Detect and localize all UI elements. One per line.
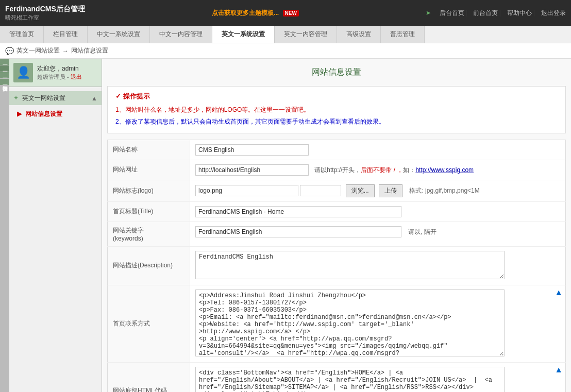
logo-upload-button[interactable]: 上传 — [379, 184, 402, 197]
cell-description: FerdinandCMS English — [190, 246, 566, 285]
tab-admin-home[interactable]: 管理首页 — [0, 26, 44, 43]
keywords-hint: 请以, 隔开 — [408, 228, 436, 235]
cell-title — [190, 201, 566, 221]
user-info: 欢迎您，admin 超级管理员 - 退出 — [37, 64, 82, 81]
sidebar-items: ▶ 网站信息设置 — [9, 105, 102, 123]
label-contact: 首页联系方式 — [108, 285, 190, 362]
promo-text[interactable]: 点击获取更多主题模板... NEW — [212, 9, 299, 18]
input-logo[interactable] — [195, 185, 298, 196]
textarea-contact[interactable]: <p>Address:Jinshui Road Jinshui Zhengzho… — [195, 289, 505, 356]
cell-site-name — [190, 140, 566, 160]
page-title: 网站信息设置 — [107, 64, 566, 81]
label-logo: 网站标志(logo) — [108, 180, 190, 201]
row-site-url: 网站网址 请以http://开头，后面不要带 / ，如：http://www.s… — [108, 160, 566, 180]
avatar: 👤 — [13, 63, 33, 82]
header-nav: ➤ 后台首页 | 前台首页 | 帮助中心 | 退出登录 — [426, 9, 566, 18]
logo-format-hint: 格式: jpg,gif,bmp,png<1M — [409, 187, 479, 194]
arrow-icon: ➤ — [426, 9, 431, 16]
site-logo: FerdinandCMS后台管理 嗜死榻工作室 — [5, 4, 85, 22]
logout-link[interactable]: 退出 — [71, 74, 82, 80]
textarea-html-footer[interactable]: <div class='BottomNav'><a href="/English… — [195, 367, 505, 392]
url-hint: 请以http://开头，后面不要带 / ，如：http://www.sspig.… — [314, 166, 474, 174]
header: FerdinandCMS后台管理 嗜死榻工作室 点击获取更多主题模板... NE… — [0, 0, 571, 26]
promo-badge: NEW — [283, 10, 299, 16]
tab-cn-content[interactable]: 中文一内容管理 — [150, 26, 212, 43]
user-role: 超级管理员 - 退出 — [37, 73, 82, 81]
url-hint-red: 后面不要带 / ， — [361, 166, 403, 174]
sidebar-section-label: ✦ 英文一网站设置 — [13, 94, 65, 103]
tab-cn-system[interactable]: 中文一系统设置 — [88, 26, 150, 43]
section-icon: ✦ — [13, 94, 19, 101]
label-site-name: 网站名称 — [108, 140, 190, 160]
row-site-name: 网站名称 — [108, 140, 566, 160]
breadcrumb: 💬 英文一网站设置 → 网站信息设置 — [0, 43, 571, 59]
input-site-name[interactable] — [195, 144, 309, 156]
sidebar-section-title[interactable]: ✦ 英文一网站设置 ▲ — [9, 91, 102, 105]
top-nav-tabs: 管理首页 栏目管理 中文一系统设置 中文一内容管理 英文一系统设置 英文一内容管… — [0, 26, 571, 43]
label-html-footer: 网站底部HTML代码 — [108, 362, 190, 392]
tab-advanced[interactable]: 高级设置 — [337, 26, 381, 43]
sidebar-section-en-website: ✦ 英文一网站设置 ▲ ▶ 网站信息设置 — [9, 87, 102, 127]
vtab-en-supplier[interactable]: 英文一厂商高管 — [0, 72, 9, 78]
tab-common[interactable]: 普态管理 — [381, 26, 425, 43]
input-keywords[interactable] — [195, 226, 401, 237]
label-title: 首页标题(Title) — [108, 201, 190, 221]
settings-form: 网站名称 网站网址 请以http://开头，后面不要带 / ，如：http://… — [107, 140, 566, 392]
input-title[interactable] — [195, 206, 401, 217]
contact-scroll-up-icon[interactable]: ▲ — [555, 288, 563, 297]
cell-keywords: 请以, 隔开 — [190, 221, 566, 246]
label-keywords: 网站关键字(keywords) — [108, 221, 190, 246]
row-description: 网站描述(Description) FerdinandCMS English — [108, 246, 566, 285]
promo-label: 点击获取更多主题模板... — [212, 9, 279, 16]
row-logo: 网站标志(logo) 浏览... 上传 格式: jpg,gif,bmp,png<… — [108, 180, 566, 201]
textarea-description[interactable]: FerdinandCMS English — [195, 251, 505, 279]
op-tip1: 1、网站叫什么名，地址是多少，网站的LOGO等。在这里一一设置吧。 — [115, 104, 558, 116]
nav-frontend-home[interactable]: 前台首页 — [473, 9, 498, 16]
url-example-link[interactable]: http://www.sspig.com — [415, 166, 474, 174]
breadcrumb-separator: → — [62, 47, 69, 55]
breadcrumb-icon: 💬 — [5, 47, 14, 55]
breadcrumb-page: 网站信息设置 — [71, 46, 108, 55]
role-label: 超级管理员 — [37, 74, 65, 80]
tab-en-system[interactable]: 英文一系统设置 — [212, 26, 275, 43]
row-html-footer: 网站底部HTML代码 <div class='BottomNav'><a hre… — [108, 362, 566, 392]
main-content: 网站信息设置 ✓ 操作提示 1、网站叫什么名，地址是多少，网站的LOGO等。在这… — [102, 59, 571, 392]
tab-column-mgmt[interactable]: 栏目管理 — [44, 26, 88, 43]
breadcrumb-section: 英文一网站设置 — [16, 46, 60, 55]
input-site-url[interactable] — [195, 164, 309, 176]
op-tips-box: ✓ 操作提示 1、网站叫什么名，地址是多少，网站的LOGO等。在这里一一设置吧。… — [107, 86, 566, 133]
cell-site-url: 请以http://开头，后面不要带 / ，如：http://www.sspig.… — [190, 160, 566, 180]
label-site-url: 网站网址 — [108, 160, 190, 180]
sidebar-user-block: 👤 欢迎您，admin 超级管理员 - 退出 — [9, 59, 102, 87]
op-tips-title: ✓ 操作提示 — [115, 92, 558, 101]
nav-help[interactable]: 帮助中心 — [507, 9, 532, 16]
tab-en-content[interactable]: 英文一内容管理 — [275, 26, 337, 43]
label-description: 网站描述(Description) — [108, 246, 190, 285]
cell-logo: 浏览... 上传 格式: jpg,gif,bmp,png<1M — [190, 180, 566, 201]
vtabs-column: 英文一系统设置 英文一导航管理 英文一厂商高管 英文一友情链接 — [0, 59, 9, 392]
cell-html-footer: <div class='BottomNav'><a href="/English… — [190, 362, 566, 392]
row-contact: 首页联系方式 <p>Address:Jinshui Road Jinshui Z… — [108, 285, 566, 362]
row-keywords: 网站关键字(keywords) 请以, 隔开 — [108, 221, 566, 246]
logo-browse-button[interactable]: 浏览... — [346, 184, 375, 197]
logo-line2: 嗜死榻工作室 — [5, 14, 85, 22]
item-bullet: ▶ — [17, 110, 22, 117]
html-scroll-up-icon[interactable]: ▲ — [555, 365, 563, 374]
vtab-cn-system[interactable]: 英文一系统设置 — [0, 59, 9, 65]
sidebar-area: 英文一系统设置 英文一导航管理 英文一厂商高管 英文一友情链接 👤 欢迎您，ad… — [0, 59, 102, 392]
nav-logout[interactable]: 退出登录 — [541, 9, 566, 16]
main-layout: 英文一系统设置 英文一导航管理 英文一厂商高管 英文一友情链接 👤 欢迎您，ad… — [0, 59, 571, 392]
op-tip2: 2、修改了某项信息后，默认只会自动生成首页面，其它页面需要手动生成才会看到查看后… — [115, 116, 558, 128]
logo-color-preview — [300, 185, 341, 196]
row-title: 首页标题(Title) — [108, 201, 566, 221]
sidebar-item-site-info[interactable]: ▶ 网站信息设置 — [9, 107, 102, 121]
vtab-en-nav[interactable]: 英文一导航管理 — [0, 65, 9, 72]
nav-backend-home[interactable]: 后台首页 — [440, 9, 464, 16]
sidebar-main: 👤 欢迎您，admin 超级管理员 - 退出 ✦ 英文一网站设置 — [9, 59, 102, 392]
vtab-en-links[interactable]: 英文一友情链接 — [0, 79, 9, 85]
cell-contact: <p>Address:Jinshui Road Jinshui Zhengzho… — [190, 285, 566, 362]
logo-line1: FerdinandCMS后台管理 — [5, 4, 85, 14]
role-separator: - — [67, 74, 69, 80]
collapse-icon: ▲ — [91, 95, 97, 102]
welcome-text: 欢迎您，admin — [37, 64, 82, 73]
